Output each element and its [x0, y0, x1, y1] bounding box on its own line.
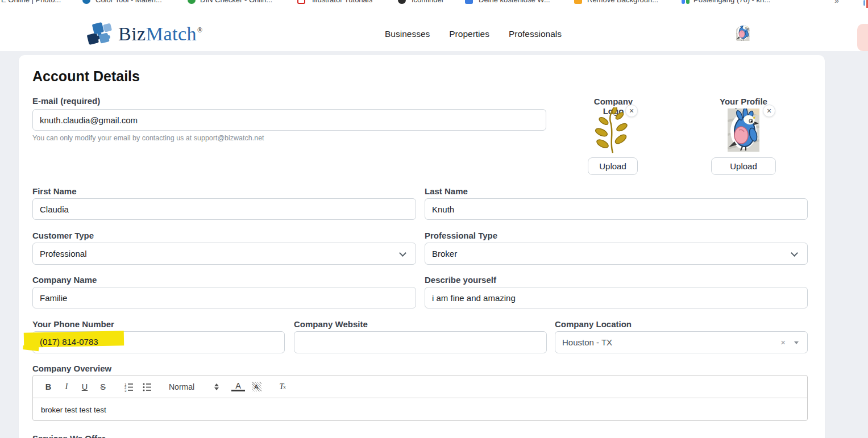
- caret-down-icon[interactable]: [794, 341, 799, 344]
- page-title: Account Details: [32, 68, 140, 85]
- website-field[interactable]: [294, 331, 547, 353]
- company-logo-preview: [593, 107, 630, 154]
- avatar-image: [734, 26, 753, 44]
- bookmark-item[interactable]: Deine kostenlose W...: [479, 0, 550, 4]
- clear-location-icon[interactable]: ×: [780, 337, 786, 347]
- bookmark-item[interactable]: Illustrator Tutorials: [312, 0, 372, 4]
- professional-type-value: Broker: [432, 249, 457, 258]
- customer-type-label: Customer Type: [32, 231, 94, 240]
- feedback-side-tab[interactable]: [857, 24, 868, 51]
- clear-formatting-button[interactable]: Tx: [276, 380, 289, 394]
- email-label: E-mail (required): [32, 96, 100, 106]
- brand-logo[interactable]: BizMatch®: [84, 21, 203, 47]
- bookmark-item[interactable]: E Online | Photo...: [1, 0, 61, 4]
- mail-icon: [682, 0, 685, 4]
- user-avatar[interactable]: [734, 26, 753, 44]
- describe-yourself-label: Describe yourself: [425, 275, 496, 285]
- remove-profile-picture-button[interactable]: ×: [763, 105, 775, 117]
- phone-value: (017) 814-0783: [40, 337, 98, 347]
- website-label: Company Website: [294, 319, 368, 329]
- underline-button[interactable]: U: [78, 380, 92, 394]
- bookmarks-bar: E Online | Photo... Color Tool - Materi.…: [0, 0, 868, 5]
- site-header: BizMatch® Businesses Properties Professi…: [0, 5, 868, 51]
- customer-type-value: Professional: [40, 249, 87, 258]
- nav-properties[interactable]: Properties: [449, 29, 489, 39]
- blue-circle-icon: [82, 0, 90, 4]
- illustrator-icon: [297, 0, 305, 4]
- editor-toolbar: B I U S 123 Normal A A Tx: [33, 376, 807, 398]
- mail-icon: [686, 0, 690, 4]
- background-color-icon: A: [252, 382, 261, 391]
- scrollbar-accent: [863, 0, 865, 6]
- background-color-button[interactable]: A: [250, 380, 263, 394]
- professional-type-label: Professional Type: [425, 231, 497, 240]
- email-help-text: You can only modify your email by contac…: [32, 134, 264, 142]
- bookmark-item[interactable]: Color Tool - Materi...: [95, 0, 162, 4]
- bold-button[interactable]: B: [41, 380, 55, 394]
- bookmark-item[interactable]: Remove Backgroun...: [587, 0, 658, 4]
- first-name-label: First Name: [32, 186, 77, 196]
- bookmarks-overflow-chevron[interactable]: »: [834, 0, 839, 5]
- profile-picture-preview: [728, 108, 759, 152]
- company-name-field[interactable]: [32, 287, 416, 308]
- professional-type-select[interactable]: Broker: [425, 243, 808, 265]
- location-label: Company Location: [555, 319, 632, 329]
- ordered-list-button[interactable]: 123: [122, 380, 136, 394]
- nav-businesses[interactable]: Businesses: [385, 29, 430, 39]
- services-label: Services We Offer: [32, 433, 105, 438]
- strikethrough-button[interactable]: S: [96, 380, 110, 394]
- email-field[interactable]: [32, 109, 546, 131]
- editor-content[interactable]: broker test test test: [33, 398, 807, 421]
- company-overview-label: Company Overview: [32, 364, 111, 373]
- green-circle-icon: [188, 0, 196, 4]
- bookmark-item[interactable]: Posteingang (76) - kn...: [693, 0, 770, 4]
- bullet-list-icon: [142, 382, 152, 392]
- chevron-down-icon: [791, 249, 798, 257]
- upload-company-logo-button[interactable]: Upload: [588, 157, 638, 175]
- puzzle-logo-icon: [84, 21, 115, 47]
- remove-company-logo-button[interactable]: ×: [625, 105, 638, 117]
- branch-illustration: [593, 107, 630, 154]
- chevron-down-icon: [399, 249, 406, 257]
- bookmark-item[interactable]: DIN Checker - Onlin...: [200, 0, 272, 4]
- ordered-list-icon: 123: [124, 382, 134, 392]
- describe-yourself-field[interactable]: [425, 287, 808, 308]
- blue-square-icon: [465, 0, 473, 4]
- company-name-label: Company Name: [32, 275, 97, 285]
- first-name-field[interactable]: [32, 198, 416, 220]
- bookmark-item[interactable]: Iconfinder: [412, 0, 444, 4]
- orange-square-icon: [574, 0, 582, 4]
- customer-type-select[interactable]: Professional: [32, 243, 416, 265]
- bird-illustration: [728, 108, 759, 152]
- format-picker[interactable]: Normal: [169, 382, 219, 391]
- brand-name: BizMatch®: [118, 23, 203, 45]
- bullet-list-button[interactable]: [140, 380, 154, 394]
- location-value: Houston - TX: [562, 337, 612, 347]
- nav-professionals[interactable]: Professionals: [509, 29, 562, 39]
- updown-arrows-icon: [214, 383, 219, 390]
- registered-mark: ®: [197, 26, 203, 34]
- last-name-field[interactable]: [425, 198, 808, 220]
- text-color-button[interactable]: A: [231, 382, 245, 391]
- rich-text-editor: B I U S 123 Normal A A Tx broker test te…: [32, 375, 808, 421]
- upload-profile-picture-button[interactable]: Upload: [711, 157, 776, 175]
- location-select[interactable]: Houston - TX ×: [555, 331, 808, 353]
- italic-button[interactable]: I: [60, 380, 73, 394]
- last-name-label: Last Name: [425, 186, 468, 196]
- phone-label: Your Phone Number: [32, 319, 114, 329]
- svg-text:3: 3: [124, 389, 127, 392]
- main-nav: Businesses Properties Professionals: [385, 29, 562, 39]
- dark-circle-icon: [398, 0, 406, 4]
- format-picker-value: Normal: [169, 382, 194, 391]
